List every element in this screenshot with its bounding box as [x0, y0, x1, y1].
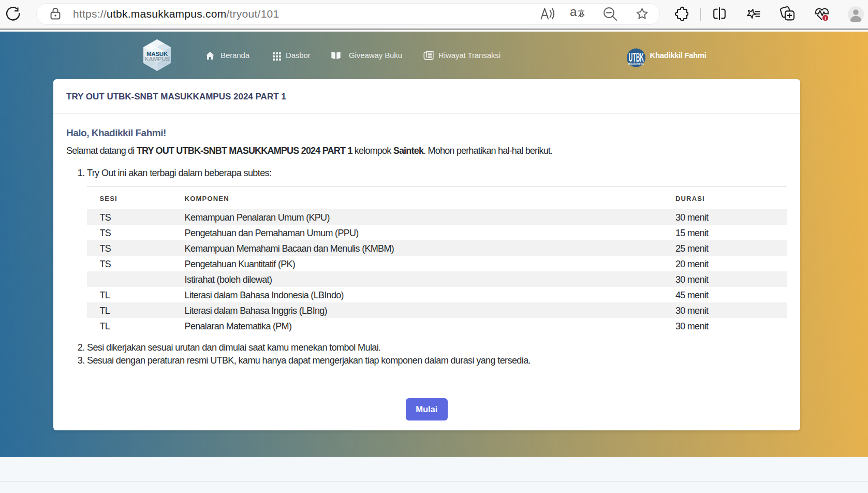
svg-text:KAMPUS: KAMPUS [144, 55, 170, 62]
svg-text:!: ! [825, 15, 826, 21]
svg-text:MASUKKAMPUS: MASUKKAMPUS [628, 62, 644, 65]
